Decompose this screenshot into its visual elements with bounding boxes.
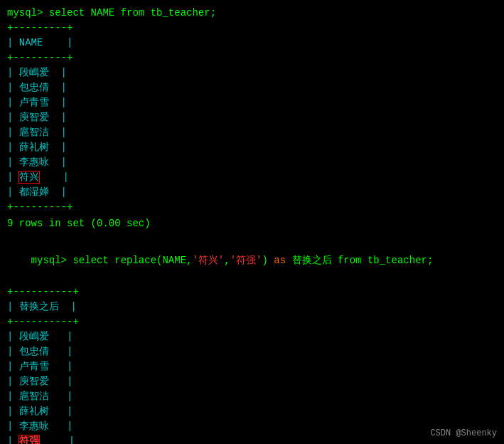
table2-row-3: | 庾智爱 |: [7, 374, 497, 389]
table2-border-top: +----------+: [7, 285, 497, 300]
query1-prompt-line: mysql> select NAME from tb_teacher;: [7, 6, 497, 21]
table1-row-8: | 都湿婵 |: [7, 185, 497, 200]
table1-row-3: | 庾智爱 |: [7, 110, 497, 125]
table1: +---------+ | NAME | +---------+ | 段嶋爱 |…: [7, 21, 497, 215]
table1-row-2: | 卢青雪 |: [7, 95, 497, 110]
table1-row-7-highlighted: | 符兴 |: [7, 170, 497, 185]
query1-prompt: mysql> select NAME from tb_teacher;: [7, 7, 216, 18]
table1-header: | NAME |: [7, 36, 497, 51]
table2: +----------+ | 替换之后 | +----------+ | 段嶋爱…: [7, 285, 497, 444]
table1-row-4: | 扈智洁 |: [7, 125, 497, 140]
table1-border-bottom: +---------+: [7, 200, 497, 215]
table1-row-5: | 薛礼树 |: [7, 140, 497, 155]
table1-row-1: | 包忠倩 |: [7, 80, 497, 95]
table2-row-6: | 李惠咏 |: [7, 419, 497, 434]
table1-row-0: | 段嶋爱 |: [7, 65, 497, 80]
table2-row-5: | 薛礼树 |: [7, 404, 497, 419]
query2-prompt-line: mysql> select replace(NAME,'符兴','符强') as…: [7, 238, 497, 283]
table1-row-6: | 李惠咏 |: [7, 155, 497, 170]
table2-row-7-highlighted: | 符强 |: [7, 434, 497, 444]
table2-row-1: | 包忠倩 |: [7, 344, 497, 359]
watermark: CSDN @Sheenky: [430, 428, 497, 438]
table2-row-0: | 段嶋爱 |: [7, 329, 497, 344]
table2-border-mid: +----------+: [7, 314, 497, 329]
table1-border-top: +---------+: [7, 21, 497, 36]
query1-result: 9 rows in set (0.00 sec): [7, 216, 497, 231]
table2-row-2: | 卢青雪 |: [7, 359, 497, 374]
terminal-container: mysql> select NAME from tb_teacher; +---…: [7, 6, 497, 444]
table2-row-4: | 扈智洁 |: [7, 389, 497, 404]
table1-border-mid: +---------+: [7, 51, 497, 65]
table2-header: | 替换之后 |: [7, 300, 497, 314]
